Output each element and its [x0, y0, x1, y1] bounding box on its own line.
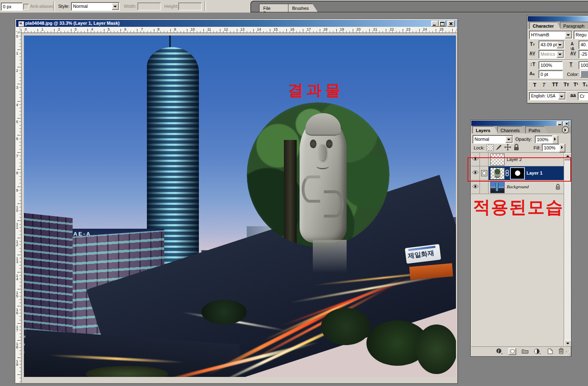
ruler-origin-corner[interactable]: [15, 27, 21, 33]
ruler-number: 17: [307, 27, 311, 31]
font-size-dropdown[interactable]: 43.09 pt: [538, 40, 564, 49]
palette-menu-button[interactable]: [562, 126, 569, 133]
font-style-dropdown[interactable]: Regu: [574, 31, 588, 39]
antialias-value: Cr: [578, 92, 588, 99]
tracking-dropdown[interactable]: -25: [579, 50, 588, 59]
ruler-number: 2: [456, 27, 457, 31]
lock-all-icon[interactable]: [513, 144, 520, 151]
ruler-number: 1 7: [16, 325, 18, 332]
style-dropdown-arrow-icon[interactable]: [112, 3, 119, 10]
subscript-button[interactable]: T₁: [583, 82, 588, 88]
lock-transparency-icon[interactable]: [486, 144, 494, 151]
tab-channels[interactable]: Channels: [497, 126, 526, 133]
vertical-scale-input[interactable]: 100%: [538, 61, 563, 69]
width-input[interactable]: [137, 2, 161, 10]
font-family-dropdown[interactable]: HYnamB: [529, 31, 573, 39]
horizontal-ruler[interactable]: 0123456789101112131415161718192021222324…: [21, 27, 457, 33]
opacity-input[interactable]: 100%: [535, 135, 553, 143]
all-caps-button[interactable]: TT: [552, 82, 558, 88]
ruler-number: 12: [224, 27, 228, 31]
vertical-scale-value: 100%: [539, 62, 562, 68]
delete-layer-button[interactable]: [558, 348, 564, 354]
document-titlebar[interactable]: pla04048.jpg @ 33.3% (Layer 1, Layer Mas…: [16, 20, 457, 27]
new-group-button[interactable]: [522, 348, 529, 354]
height-label: Height:: [164, 4, 179, 9]
adjustment-layer-button[interactable]: [534, 348, 541, 355]
options-separator-2: [204, 1, 206, 11]
document-canvas[interactable]: SAE-A 제일화재: [24, 36, 456, 377]
layers-palette: Layers Channels Paths Normal Opacity: 10…: [470, 120, 571, 357]
font-size-arrow-icon[interactable]: [557, 41, 564, 48]
ruler-number: 15: [274, 27, 278, 31]
ruler-number: 14: [257, 27, 261, 31]
result-annotation-text: 결과물: [288, 80, 344, 101]
kerning-icon: A̲V̲: [529, 51, 535, 56]
layer-style-button[interactable]: f: [496, 348, 503, 355]
background-name[interactable]: Background: [507, 184, 529, 189]
ruler-number: 1 3: [16, 257, 18, 263]
minimize-button[interactable]: [431, 21, 439, 27]
tab-layers[interactable]: Layers: [472, 126, 498, 133]
tab-brushes[interactable]: Brushes: [288, 4, 318, 12]
ruler-number: 7: [16, 154, 18, 158]
link-cell[interactable]: [480, 180, 489, 194]
ruler-number: 13: [241, 27, 245, 31]
superscript-button[interactable]: T¹: [574, 82, 578, 88]
character-palette-titlebar[interactable]: [528, 16, 588, 21]
baseline-shift-input[interactable]: 0 pt: [538, 70, 563, 78]
background-thumbnail[interactable]: [490, 181, 505, 193]
tab-paths[interactable]: Paths: [525, 126, 548, 133]
language-arrow-icon[interactable]: [558, 93, 565, 99]
fill-slider-button[interactable]: [559, 144, 565, 152]
lock-position-icon[interactable]: [504, 144, 511, 151]
ruler-number: 22: [390, 27, 394, 31]
horizontal-scale-input[interactable]: 100: [579, 61, 588, 69]
opacity-slider-button[interactable]: [552, 135, 558, 144]
tab-paragraph[interactable]: Paragraph: [560, 22, 588, 29]
small-caps-button[interactable]: Tᴛ: [564, 82, 569, 88]
font-family-arrow-icon[interactable]: [565, 31, 572, 38]
style-dropdown[interactable]: Normal: [71, 2, 120, 11]
blend-mode-arrow-icon[interactable]: [505, 136, 512, 143]
character-separator-2: [528, 80, 588, 81]
close-button[interactable]: [447, 21, 455, 27]
text-color-swatch[interactable]: [580, 70, 588, 78]
layers-scrollbar[interactable]: [564, 153, 571, 346]
visibility-cell[interactable]: [471, 180, 480, 194]
antialias-dropdown[interactable]: Cr: [578, 92, 588, 100]
fill-input[interactable]: 100%: [542, 144, 560, 152]
minimize-icon: [432, 21, 438, 26]
resize-grip[interactable]: [566, 351, 570, 355]
eye-icon[interactable]: [472, 184, 479, 189]
layer-row-background[interactable]: Background: [471, 180, 564, 194]
tool-options-bar: 0 px Anti-aliased Style: Normal Width: H…: [0, 0, 588, 13]
photoshop-workspace: 0 px Anti-aliased Style: Normal Width: H…: [0, 0, 588, 386]
leading-value: 40.: [579, 41, 588, 47]
kerning-dropdown[interactable]: Metrics: [538, 50, 564, 59]
document-window: pla04048.jpg @ 33.3% (Layer 1, Layer Mas…: [15, 19, 458, 384]
maximize-icon: [439, 21, 446, 26]
faux-italic-button[interactable]: T: [542, 82, 545, 88]
leading-dropdown[interactable]: 40.: [579, 40, 588, 49]
background-thumbnail-tower: [496, 183, 498, 191]
ruler-number: 1 0: [16, 206, 18, 212]
anti-aliased-checkbox[interactable]: [23, 4, 29, 9]
add-layer-mask-button[interactable]: [508, 348, 516, 355]
tab-character[interactable]: Character: [529, 22, 561, 29]
ruler-number: 2: [16, 69, 18, 72]
ruler-number: 10: [191, 27, 195, 31]
kerning-arrow-icon[interactable]: [557, 51, 564, 58]
feather-input[interactable]: 0 px: [1, 2, 23, 11]
vertical-ruler[interactable]: 01234567891 01 11 21 31 41 51 61 71 81 9: [15, 33, 21, 383]
new-layer-button[interactable]: [547, 348, 553, 354]
maximize-button[interactable]: [439, 21, 446, 27]
lock-pixels-icon[interactable]: [496, 144, 503, 151]
faux-bold-button[interactable]: T: [533, 82, 536, 88]
ruler-number: 4: [91, 27, 93, 31]
ruler-number: 9: [16, 189, 18, 192]
blend-mode-dropdown[interactable]: Normal: [472, 135, 513, 144]
applied-annotation-text: 적용된모습: [473, 196, 564, 219]
height-input[interactable]: [178, 2, 202, 10]
language-dropdown[interactable]: English: USA: [529, 92, 566, 100]
layers-palette-titlebar[interactable]: [471, 121, 571, 126]
